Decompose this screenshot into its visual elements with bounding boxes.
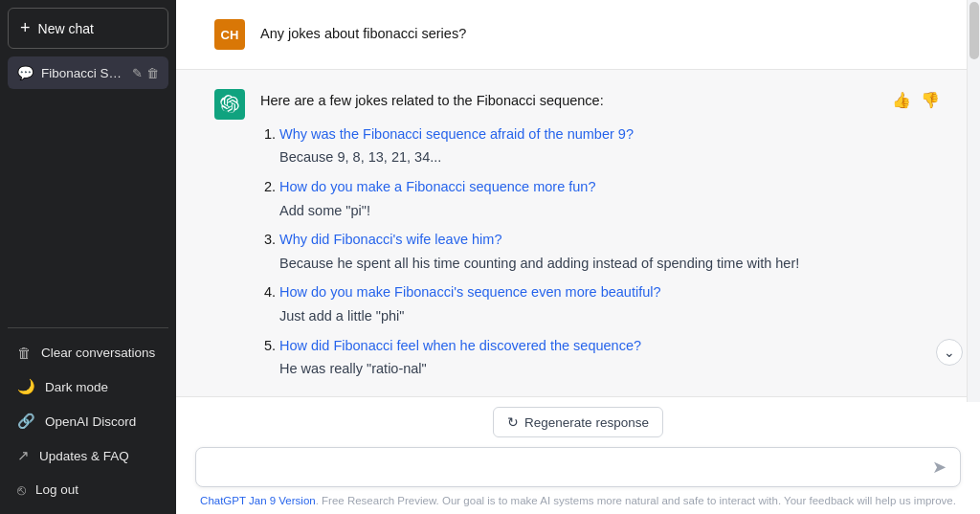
sidebar-item-logout[interactable]: ⎋ Log out bbox=[8, 473, 168, 506]
input-row: ➤ bbox=[195, 447, 961, 487]
scrollbar-track[interactable] bbox=[967, 0, 980, 402]
delete-icon[interactable]: 🗑 bbox=[146, 66, 159, 80]
ai-note: Please note that these are jokes and not… bbox=[260, 392, 942, 396]
regenerate-label: Regenerate response bbox=[524, 415, 649, 430]
joke-1-question: Why was the Fibonacci sequence afraid of… bbox=[279, 126, 634, 142]
logout-icon: ⎋ bbox=[17, 481, 26, 498]
joke-3-answer: Because he spent all his time counting a… bbox=[279, 256, 799, 271]
trash-icon: 🗑 bbox=[17, 345, 32, 361]
joke-2-answer: Add some "pi"! bbox=[279, 203, 370, 218]
edit-icon[interactable]: ✎ bbox=[132, 66, 143, 80]
thumbs-up-button[interactable]: 👍 bbox=[890, 89, 913, 111]
chat-icon: 💬 bbox=[17, 65, 33, 80]
ai-message-row: Here are a few jokes related to the Fibo… bbox=[176, 70, 980, 396]
joke-5: How did Fibonacci feel when he discovere… bbox=[279, 334, 942, 381]
scroll-down-button[interactable]: ⌄ bbox=[936, 339, 963, 366]
external-link-icon: ↗ bbox=[17, 447, 30, 464]
input-area: ↻ Regenerate response ➤ bbox=[176, 396, 980, 487]
regenerate-button[interactable]: ↻ Regenerate response bbox=[493, 407, 663, 437]
ai-content: Here are a few jokes related to the Fibo… bbox=[260, 89, 942, 396]
ai-intro: Here are a few jokes related to the Fibo… bbox=[260, 89, 942, 113]
user-message-row: CH Any jokes about fibonacci series? bbox=[176, 0, 980, 70]
jokes-list: Why was the Fibonacci sequence afraid of… bbox=[260, 123, 942, 381]
footer-text: ChatGPT Jan 9 Version. Free Research Pre… bbox=[176, 487, 980, 514]
chat-area: CH Any jokes about fibonacci series? Her… bbox=[176, 0, 980, 396]
discord-icon: 🔗 bbox=[17, 413, 35, 430]
joke-5-question: How did Fibonacci feel when he discovere… bbox=[279, 338, 641, 353]
joke-2: How do you make a Fibonacci sequence mor… bbox=[279, 175, 942, 222]
joke-4: How do you make Fibonacci's sequence eve… bbox=[279, 280, 942, 327]
ai-text: Here are a few jokes related to the Fibo… bbox=[260, 89, 942, 396]
send-button[interactable]: ➤ bbox=[930, 457, 948, 478]
ai-avatar bbox=[214, 89, 245, 120]
moon-icon: 🌙 bbox=[17, 378, 35, 395]
joke-3-question: Why did Fibonacci's wife leave him? bbox=[279, 232, 501, 247]
joke-4-answer: Just add a little "phi" bbox=[279, 308, 404, 324]
sidebar-item-updates[interactable]: ↗ Updates & FAQ bbox=[8, 438, 168, 473]
thumbs-down-button[interactable]: 👎 bbox=[919, 89, 942, 111]
feedback-icons: 👍 👎 bbox=[890, 89, 942, 111]
conversation-label: Fibonacci Series Ex bbox=[41, 66, 124, 80]
joke-4-question: How do you make Fibonacci's sequence eve… bbox=[279, 284, 661, 300]
sidebar-item-discord[interactable]: 🔗 OpenAI Discord bbox=[8, 404, 168, 438]
regenerate-row: ↻ Regenerate response bbox=[195, 407, 961, 437]
dark-mode-label: Dark mode bbox=[45, 380, 108, 394]
user-avatar: CH bbox=[214, 19, 245, 50]
plus-icon: + bbox=[20, 18, 31, 38]
joke-2-question: How do you make a Fibonacci sequence mor… bbox=[279, 179, 595, 194]
conversation-item[interactable]: 💬 Fibonacci Series Ex ✎ 🗑 bbox=[8, 56, 168, 89]
new-chat-label: New chat bbox=[38, 21, 94, 36]
user-message-text: Any jokes about fibonacci series? bbox=[260, 19, 466, 50]
chat-input[interactable] bbox=[208, 456, 923, 479]
regenerate-icon: ↻ bbox=[507, 414, 519, 430]
clear-label: Clear conversations bbox=[41, 346, 155, 360]
new-chat-button[interactable]: + New chat bbox=[8, 8, 168, 49]
logout-label: Log out bbox=[35, 482, 78, 497]
scrollbar-thumb bbox=[969, 2, 979, 59]
discord-label: OpenAI Discord bbox=[45, 414, 136, 429]
sidebar-item-dark[interactable]: 🌙 Dark mode bbox=[8, 369, 168, 404]
footer-link[interactable]: ChatGPT Jan 9 Version bbox=[200, 495, 316, 506]
sidebar-bottom: 🗑 Clear conversations 🌙 Dark mode 🔗 Open… bbox=[8, 327, 168, 506]
sidebar: + New chat 💬 Fibonacci Series Ex ✎ 🗑 🗑 C… bbox=[0, 0, 176, 514]
joke-1: Why was the Fibonacci sequence afraid of… bbox=[279, 123, 942, 169]
joke-1-answer: Because 9, 8, 13, 21, 34... bbox=[279, 149, 441, 165]
joke-3: Why did Fibonacci's wife leave him? Beca… bbox=[279, 228, 942, 275]
joke-5-answer: He was really "ratio-nal" bbox=[279, 361, 427, 376]
conversation-actions: ✎ 🗑 bbox=[132, 66, 159, 80]
main-panel: CH Any jokes about fibonacci series? Her… bbox=[176, 0, 980, 514]
sidebar-item-clear[interactable]: 🗑 Clear conversations bbox=[8, 336, 168, 369]
updates-label: Updates & FAQ bbox=[39, 449, 129, 463]
footer-rest: . Free Research Preview. Our goal is to … bbox=[316, 495, 956, 506]
